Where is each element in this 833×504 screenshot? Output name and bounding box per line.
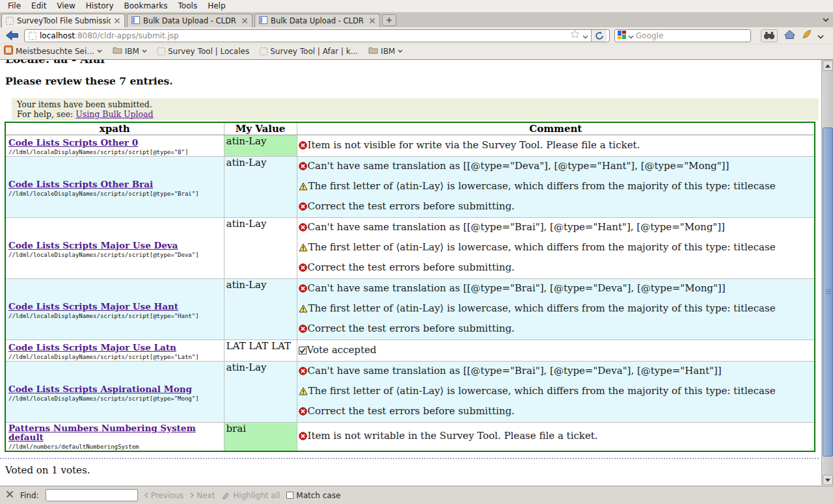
menu-tools[interactable]: Tools [173,0,203,12]
xpath-link[interactable]: Code Lists Scripts Aspirational Mong [8,384,192,393]
scroll-down-button[interactable] [823,475,833,485]
menu-view[interactable]: View [51,0,80,12]
error-icon [299,432,307,443]
comment-line: The first letter of ⟨atin-Lay⟩ is lowerc… [299,299,813,319]
url-host: localhost [40,31,75,40]
comment-line: Vote accepted [299,343,813,358]
bookmark-label: IBM [381,47,395,56]
tab-title: Bulk Data Upload - CLDR - Un... [143,16,238,25]
find-previous-button[interactable]: Previous [144,491,184,500]
match-case-checkbox[interactable]: Match case [286,491,340,500]
tab-bulk-data-upload-1[interactable]: Bulk Data Upload - CLDR - Un... [127,14,253,27]
back-button[interactable] [4,29,20,42]
checked-checkbox-icon [299,346,307,357]
tab-bulk-data-upload-2[interactable]: Bulk Data Upload - CLDR - Un... [254,14,380,27]
bookmark-survey-tool-afar[interactable]: Survey Tool | Afar | k... [260,47,358,56]
comment-text: Can't have same translation as [[@type="… [308,160,730,172]
menu-file[interactable]: File [3,0,26,12]
tab-list-chevron-icon[interactable] [823,12,829,25]
comment-line: Can't have same translation as [[@type="… [299,157,813,177]
tab-bar: SurveyTool File Submission | ... Bulk Da… [0,12,833,27]
scrollbar-thumb[interactable] [823,127,833,457]
xpath-link[interactable]: Patterns Numbers Numbering System defaul… [8,423,221,442]
comment-line: Can't have same translation as [[@type="… [299,362,813,382]
menu-edit[interactable]: Edit [26,0,51,12]
xpath-link[interactable]: Code Lists Scripts Major Use Deva [8,241,178,250]
xpath-link[interactable]: Code Lists Scripts Major Use Latn [8,343,176,352]
using-bulk-upload-link[interactable]: Using Bulk Upload [75,109,153,119]
find-next-button[interactable]: Next [190,491,215,500]
bookmark-label: IBM [125,47,139,56]
quill-icon[interactable] [802,29,812,42]
checkbox-icon[interactable] [286,492,294,499]
my-value-cell: atin-Lay [224,218,297,279]
comment-text: The first letter of ⟨atin-Lay⟩ is lowerc… [308,180,776,192]
table-row: Code Lists Scripts Other 0 //ldml/locale… [5,135,815,157]
warning-icon [299,182,308,193]
new-tab-button[interactable] [382,14,396,26]
table-row: Code Lists Scripts Major Use Deva //ldml… [5,218,815,279]
comment-text: Correct the test errors before submittin… [308,261,515,273]
my-value-cell: atin-Lay [224,135,297,157]
bookmarks-toolbar: Meistbesuchte Sei... IBM Survey Tool | L… [0,44,833,58]
comment-text: Item is not visible for write via the Su… [308,139,640,151]
bookmark-ibm-folder-1[interactable]: IBM [113,46,147,56]
binoculars-icon[interactable] [761,29,778,42]
warning-icon [299,304,308,315]
home-icon[interactable] [784,29,796,42]
error-icon [299,325,307,336]
bookmark-most-visited[interactable]: Meistbesuchte Sei... [4,46,102,57]
tab-close-icon[interactable] [241,18,248,24]
find-label: Find: [20,491,39,500]
google-logo-icon[interactable] [618,29,626,42]
placeholder-favicon [260,47,267,55]
find-close-icon[interactable] [6,490,14,500]
search-bar[interactable] [614,29,751,42]
bookmark-star-icon[interactable] [570,29,580,42]
my-value-cell: brai [224,423,297,452]
column-header-my-value: My Value [224,122,297,135]
comment-text: Vote accepted [307,344,377,356]
search-input[interactable] [636,31,748,40]
window-favicon [259,16,267,26]
tab-close-icon[interactable] [369,18,376,24]
tab-title: Bulk Data Upload - CLDR - Un... [271,16,366,25]
toolbar-overflow-chevron-icon[interactable] [817,29,824,42]
tab-surveytool-file-submission[interactable]: SurveyTool File Submission | ... [1,14,125,27]
chevron-down-icon [97,49,102,53]
comment-text: Item is not writable in the Survey Tool.… [308,430,598,442]
vertical-scrollbar[interactable] [821,60,833,485]
page-title: Please review these 7 entries. [5,75,833,87]
comment-line: Correct the test errors before submittin… [299,258,813,278]
search-engine-chevron-icon[interactable] [628,29,634,42]
table-row: Code Lists Scripts Major Use Hant //ldml… [5,279,815,340]
error-icon [299,162,307,173]
dotted-separator [0,458,819,459]
folder-icon [113,46,122,56]
table-header-row: xpath My Value Comment [5,122,815,135]
comment-text: Can't have same translation as [[@type="… [308,282,726,294]
xpath-code: //ldml/localeDisplayNames/scripts/script… [8,150,221,155]
column-header-xpath: xpath [5,122,224,135]
find-input[interactable] [46,489,138,501]
url-dropdown-chevron-icon[interactable] [582,29,588,42]
my-value-cell: LAT LAT LAT [224,340,297,362]
reload-button[interactable] [591,30,607,42]
tab-close-icon[interactable] [114,18,120,24]
bookmark-ibm-folder-2[interactable]: IBM [368,46,403,56]
highlight-all-button[interactable]: Highlight all [221,491,280,500]
error-icon [299,202,307,213]
xpath-link[interactable]: Code Lists Scripts Other Brai [8,179,153,189]
scroll-up-button[interactable] [823,60,833,71]
comment-line: The first letter of ⟨atin-Lay⟩ is lowerc… [299,177,813,197]
menu-history[interactable]: History [81,0,119,12]
url-bar[interactable]: localhost :8080/cldr-apps/submit.jsp [24,29,610,42]
xpath-link[interactable]: Code Lists Scripts Other 0 [8,138,138,147]
error-icon [299,141,307,152]
menu-help[interactable]: Help [202,0,230,12]
clipped-heading: Locale: aa - Afar [5,60,200,64]
navigation-toolbar: localhost :8080/cldr-apps/submit.jsp [0,27,833,44]
xpath-link[interactable]: Code Lists Scripts Major Use Hant [8,302,178,311]
bookmark-survey-tool-locales[interactable]: Survey Tool | Locales [157,47,249,56]
menu-bookmarks[interactable]: Bookmarks [119,0,173,12]
